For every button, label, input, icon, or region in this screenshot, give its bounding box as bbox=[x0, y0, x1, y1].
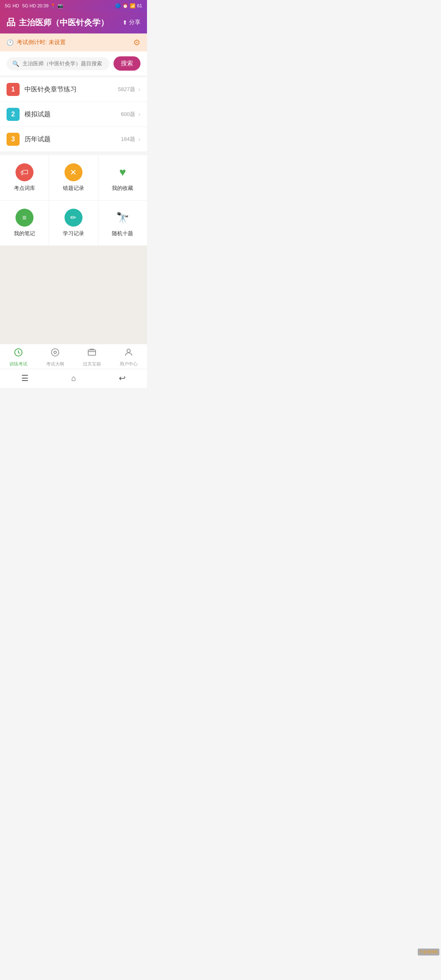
search-icon: 🔍 bbox=[12, 60, 19, 67]
content-area bbox=[0, 246, 147, 344]
wifi-icon: 📶 bbox=[130, 3, 136, 9]
search-input[interactable] bbox=[22, 60, 104, 67]
xuexi-icon: ✏ bbox=[65, 209, 82, 227]
share-icon: ⬆ bbox=[122, 19, 127, 26]
section-list: 1 中医针灸章节练习 5827题 › 2 模拟试题 600题 › 3 历年试题 … bbox=[0, 77, 147, 152]
grid-item-xuexi[interactable]: ✏ 学习记录 bbox=[49, 200, 98, 245]
alarm-icon: ⏰ bbox=[122, 3, 128, 9]
grid-label-shoucang: 我的收藏 bbox=[112, 185, 133, 192]
hd-icon: HD bbox=[13, 3, 19, 8]
section-count-1: 5827题 bbox=[118, 86, 135, 93]
chevron-icon-2: › bbox=[138, 111, 140, 118]
grid-label-biji: 我的笔记 bbox=[14, 230, 35, 237]
section-count-2: 600题 bbox=[121, 111, 135, 118]
nav-icon: 📍 bbox=[50, 3, 56, 9]
section-item-2[interactable]: 2 模拟试题 600题 › bbox=[0, 102, 147, 127]
section-num-1: 1 bbox=[7, 83, 20, 96]
svg-rect-3 bbox=[88, 350, 96, 355]
back-button[interactable]: ↩ bbox=[119, 373, 126, 383]
grid-item-suiji[interactable]: 🔭 随机十题 bbox=[98, 200, 147, 245]
kaodian-icon: 🏷 bbox=[16, 163, 33, 181]
chevron-icon-3: › bbox=[138, 136, 140, 143]
chevron-icon-1: › bbox=[138, 86, 140, 93]
section-name-1: 中医针灸章节练习 bbox=[24, 85, 118, 94]
svg-point-2 bbox=[54, 351, 56, 354]
header: 品 主治医师（中医针灸学） ⬆ 分享 bbox=[0, 11, 147, 33]
system-bar: ☰ ⌂ ↩ bbox=[0, 369, 147, 388]
suiji-icon: 🔭 bbox=[114, 209, 131, 227]
settings-icon[interactable]: ⚙ bbox=[133, 38, 140, 47]
grid-item-kaodian[interactable]: 🏷 考点词库 bbox=[0, 155, 49, 200]
search-input-wrapper[interactable]: 🔍 bbox=[7, 57, 109, 70]
bluetooth-icon: 🔵 bbox=[115, 3, 121, 9]
status-right: 🔵 ⏰ 📶 61 bbox=[115, 3, 142, 9]
share-button[interactable]: ⬆ 分享 bbox=[122, 19, 140, 26]
nav-label-outline: 考试大纲 bbox=[46, 361, 64, 367]
nav-label-user: 用户中心 bbox=[120, 361, 138, 367]
nav-label-treasure: 过关宝箱 bbox=[83, 361, 101, 367]
countdown-bar: 🕐 考试倒计时: 未设置 ⚙ bbox=[0, 33, 147, 51]
status-left: 5G HD 5G HD 20:39 📍 📷 bbox=[5, 3, 63, 9]
nav-icon-treasure bbox=[87, 347, 97, 360]
section-item-1[interactable]: 1 中医针灸章节练习 5827题 › bbox=[0, 77, 147, 102]
header-title: 品 主治医师（中医针灸学） bbox=[7, 16, 109, 29]
grid-item-cuoti[interactable]: ✕ 错题记录 bbox=[49, 155, 98, 200]
time: 5G HD 20:39 bbox=[22, 3, 49, 8]
biji-icon: ≡ bbox=[16, 209, 33, 227]
countdown-left: 🕐 考试倒计时: 未设置 bbox=[7, 39, 66, 46]
nav-icon-outline bbox=[50, 347, 60, 360]
section-name-2: 模拟试题 bbox=[24, 110, 121, 119]
grid-item-biji[interactable]: ≡ 我的笔记 bbox=[0, 200, 49, 245]
svg-point-4 bbox=[127, 349, 130, 352]
unknown-icon: 📷 bbox=[58, 3, 63, 9]
search-button[interactable]: 搜索 bbox=[114, 56, 140, 71]
nav-item-train[interactable]: 训练考试 bbox=[0, 347, 37, 367]
nav-item-outline[interactable]: 考试大纲 bbox=[37, 347, 74, 367]
nav-label-train: 训练考试 bbox=[9, 361, 27, 367]
cuoti-icon: ✕ bbox=[65, 163, 82, 181]
home-button[interactable]: ⌂ bbox=[71, 374, 76, 383]
section-num-3: 3 bbox=[7, 133, 20, 146]
section-num-2: 2 bbox=[7, 108, 20, 121]
clock-icon: 🕐 bbox=[7, 39, 13, 46]
countdown-text: 考试倒计时: 未设置 bbox=[17, 39, 66, 46]
nav-icon-user bbox=[124, 347, 134, 360]
header-title-text: 主治医师（中医针灸学） bbox=[19, 17, 109, 28]
battery-icon: 61 bbox=[137, 3, 142, 8]
share-label: 分享 bbox=[129, 19, 140, 26]
bottom-nav: 训练考试 考试大纲 过关宝箱 用户中心 bbox=[0, 344, 147, 369]
section-count-3: 184题 bbox=[121, 136, 135, 143]
nav-icon-train bbox=[13, 347, 23, 360]
grid-label-kaodian: 考点词库 bbox=[14, 185, 35, 192]
signal-icon: 5G bbox=[5, 3, 11, 8]
nav-item-treasure[interactable]: 过关宝箱 bbox=[74, 347, 110, 367]
grid-row-1: 🏷 考点词库 ✕ 错题记录 ♥ 我的收藏 bbox=[0, 155, 147, 200]
header-logo-icon: 品 bbox=[7, 16, 16, 29]
search-bar: 🔍 搜索 bbox=[0, 51, 147, 76]
section-name-3: 历年试题 bbox=[24, 135, 121, 144]
status-bar: 5G HD 5G HD 20:39 📍 📷 🔵 ⏰ 📶 61 bbox=[0, 0, 147, 11]
grid-label-xuexi: 学习记录 bbox=[63, 230, 84, 237]
svg-point-1 bbox=[51, 349, 59, 356]
shoucang-icon: ♥ bbox=[114, 163, 131, 181]
grid-label-cuoti: 错题记录 bbox=[63, 185, 84, 192]
grid-section: 🏷 考点词库 ✕ 错题记录 ♥ 我的收藏 ≡ 我的笔记 ✏ 学习记录 🔭 随机十… bbox=[0, 155, 147, 246]
nav-item-user[interactable]: 用户中心 bbox=[110, 347, 147, 367]
grid-row-2: ≡ 我的笔记 ✏ 学习记录 🔭 随机十题 bbox=[0, 200, 147, 246]
grid-item-shoucang[interactable]: ♥ 我的收藏 bbox=[98, 155, 147, 200]
menu-button[interactable]: ☰ bbox=[21, 373, 29, 383]
section-item-3[interactable]: 3 历年试题 184题 › bbox=[0, 127, 147, 152]
grid-label-suiji: 随机十题 bbox=[112, 230, 133, 237]
